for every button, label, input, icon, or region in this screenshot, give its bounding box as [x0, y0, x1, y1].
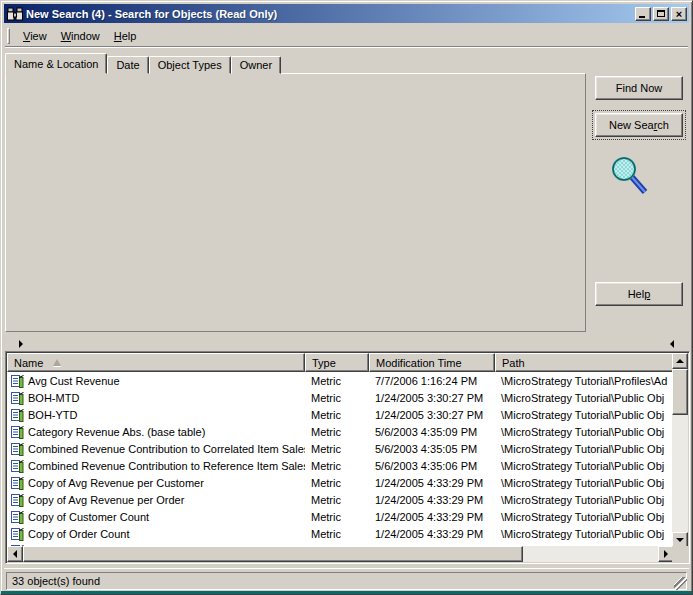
- status-text: 33 object(s) found: [12, 575, 100, 587]
- results-rows: Avg Cust RevenueMetric7/7/2006 1:16:24 P…: [7, 372, 674, 549]
- metric-icon: [11, 425, 24, 439]
- cell-name[interactable]: Copy of Order Count: [7, 527, 305, 541]
- column-modtime-label: Modification Time: [376, 357, 462, 369]
- metric-icon: [11, 459, 24, 473]
- cell-name[interactable]: BOH-MTD: [7, 391, 305, 405]
- metric-icon: [11, 476, 24, 490]
- new-search-button-focus: New Search: [592, 110, 686, 140]
- title-bar[interactable]: New Search (4) - Search for Objects (Rea…: [4, 4, 689, 23]
- column-header-modification-time[interactable]: Modification Time: [369, 353, 495, 372]
- column-header-type[interactable]: Type: [305, 353, 369, 372]
- arrow-right-icon: [664, 550, 668, 558]
- cell-name[interactable]: Copy of Avg Revenue per Order: [7, 493, 305, 507]
- cell-name[interactable]: Copy of Customer Count: [7, 510, 305, 524]
- close-icon: ×: [676, 9, 682, 19]
- arrow-down-icon: [676, 538, 684, 542]
- table-row[interactable]: Combined Revenue Contribution to Correla…: [7, 440, 674, 457]
- tab-object-types[interactable]: Object Types: [149, 56, 231, 74]
- status-bar: 33 object(s) found: [4, 568, 689, 592]
- cell-modification-time: 5/6/2003 4:35:05 PM: [369, 443, 495, 455]
- table-row[interactable]: BOH-YTDMetric1/24/2005 3:30:27 PM\MicroS…: [7, 406, 674, 423]
- results-header: Name Type Modification Time Path: [7, 353, 674, 372]
- table-row[interactable]: Combined Revenue Contribution to Referen…: [7, 457, 674, 474]
- new-search-window: New Search (4) - Search for Objects (Rea…: [0, 0, 693, 595]
- splitter-arrow-left-icon[interactable]: [19, 340, 23, 348]
- cell-name[interactable]: Combined Revenue Contribution to Correla…: [7, 442, 305, 456]
- horizontal-scrollbar[interactable]: [7, 546, 674, 562]
- tab-date[interactable]: Date: [107, 56, 148, 74]
- table-row[interactable]: Copy of Customer CountMetric1/24/2005 4:…: [7, 508, 674, 525]
- minimize-button[interactable]: [635, 7, 651, 21]
- cell-path: \MicroStrategy Tutorial\Public Obj: [495, 511, 674, 523]
- table-row[interactable]: Avg Cust RevenueMetric7/7/2006 1:16:24 P…: [7, 372, 674, 389]
- find-now-button[interactable]: Find Now: [595, 76, 683, 100]
- menu-bar: View Window Help: [5, 25, 688, 47]
- cell-name[interactable]: Category Revenue Abs. (base table): [7, 425, 305, 439]
- cell-type: Metric: [305, 392, 369, 404]
- tab-name-location[interactable]: Name & Location: [5, 53, 107, 74]
- cell-name[interactable]: Avg Cust Revenue: [7, 374, 305, 388]
- cell-path: \MicroStrategy Tutorial\Public Obj: [495, 426, 674, 438]
- help-button[interactable]: Help: [595, 282, 683, 306]
- table-row[interactable]: Copy of Avg Revenue per OrderMetric1/24/…: [7, 491, 674, 508]
- column-type-label: Type: [312, 357, 336, 369]
- cell-modification-time: 1/24/2005 3:30:27 PM: [369, 409, 495, 421]
- new-search-button[interactable]: New Search: [595, 113, 683, 137]
- column-path-label: Path: [502, 357, 525, 369]
- splitter-bar[interactable]: [5, 337, 688, 349]
- vertical-scrollbar[interactable]: [672, 353, 688, 548]
- close-button[interactable]: ×: [671, 7, 687, 21]
- column-header-name[interactable]: Name: [7, 353, 305, 372]
- table-row[interactable]: BOH-MTDMetric1/24/2005 3:30:27 PM\MicroS…: [7, 389, 674, 406]
- horizontal-scroll-thumb[interactable]: [23, 546, 523, 562]
- table-row[interactable]: Category Revenue Abs. (base table)Metric…: [7, 423, 674, 440]
- metric-icon: [11, 527, 24, 541]
- scroll-left-button[interactable]: [7, 546, 23, 562]
- table-row[interactable]: Copy of Avg Revenue per CustomerMetric1/…: [7, 474, 674, 491]
- maximize-icon: [657, 10, 665, 17]
- arrow-up-icon: [676, 359, 684, 363]
- metric-icon: [11, 391, 24, 405]
- cell-type: Metric: [305, 494, 369, 506]
- menu-window[interactable]: Window: [54, 28, 107, 44]
- name-location-panel: [5, 73, 586, 332]
- resize-grip[interactable]: [674, 577, 687, 590]
- maximize-button[interactable]: [653, 7, 669, 21]
- cell-modification-time: 7/7/2006 1:16:24 PM: [369, 375, 495, 387]
- cell-path: \MicroStrategy Tutorial\Public Obj: [495, 528, 674, 540]
- tab-owner[interactable]: Owner: [231, 56, 281, 74]
- cell-type: Metric: [305, 375, 369, 387]
- desktop-edge: [1, 591, 692, 594]
- cell-modification-time: 1/24/2005 4:33:29 PM: [369, 494, 495, 506]
- cell-type: Metric: [305, 477, 369, 489]
- cell-type: Metric: [305, 460, 369, 472]
- cell-path: \MicroStrategy Tutorial\Public Obj: [495, 392, 674, 404]
- cell-path: \MicroStrategy Tutorial\Profiles\Ad: [495, 375, 674, 387]
- cell-path: \MicroStrategy Tutorial\Public Obj: [495, 494, 674, 506]
- cell-type: Metric: [305, 443, 369, 455]
- scrollbar-corner: [672, 546, 688, 562]
- cell-name[interactable]: Copy of Avg Revenue per Customer: [7, 476, 305, 490]
- scroll-up-button[interactable]: [672, 353, 688, 369]
- metric-icon: [11, 510, 24, 524]
- menu-view[interactable]: View: [16, 28, 54, 44]
- cell-name[interactable]: Combined Revenue Contribution to Referen…: [7, 459, 305, 473]
- sort-ascending-icon: [53, 359, 61, 366]
- cell-name[interactable]: BOH-YTD: [7, 408, 305, 422]
- cell-path: \MicroStrategy Tutorial\Public Obj: [495, 409, 674, 421]
- column-name-label: Name: [14, 357, 43, 369]
- column-header-path[interactable]: Path: [495, 353, 674, 372]
- vertical-scroll-thumb[interactable]: [672, 369, 688, 415]
- cell-type: Metric: [305, 426, 369, 438]
- menu-help[interactable]: Help: [107, 28, 144, 44]
- table-row[interactable]: Copy of Order CountMetric1/24/2005 4:33:…: [7, 525, 674, 542]
- cell-path: \MicroStrategy Tutorial\Public Obj: [495, 443, 674, 455]
- cell-type: Metric: [305, 511, 369, 523]
- menu-gripper[interactable]: [7, 28, 10, 44]
- splitter-arrow-right-icon[interactable]: [670, 340, 674, 348]
- cell-modification-time: 1/24/2005 3:30:27 PM: [369, 392, 495, 404]
- window-title: New Search (4) - Search for Objects (Rea…: [26, 8, 631, 20]
- metric-icon: [11, 442, 24, 456]
- metric-icon: [11, 374, 24, 388]
- cell-type: Metric: [305, 528, 369, 540]
